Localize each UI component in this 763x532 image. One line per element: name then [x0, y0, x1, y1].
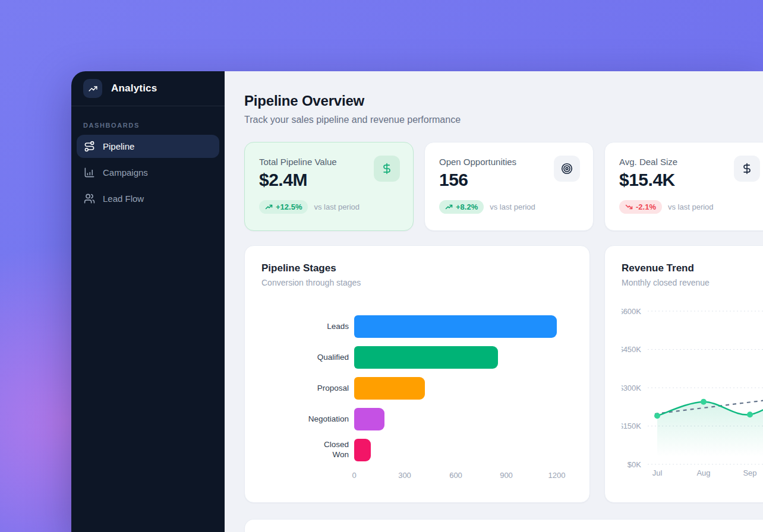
- bar-category-label: Negotiation: [261, 414, 354, 425]
- kpi-card-total-pipeline-value[interactable]: Total Pipeline Value $2.4M +12.5% vs las…: [244, 142, 414, 231]
- x-axis-tick: 0: [352, 471, 356, 480]
- x-axis-tick: 900: [500, 471, 513, 480]
- chart-column-icon: [84, 167, 95, 178]
- sidebar-item-pipeline[interactable]: Pipeline: [77, 135, 219, 158]
- page-title: Pipeline Overview: [244, 93, 763, 109]
- users-icon: [84, 193, 95, 204]
- kpi-row: Total Pipeline Value $2.4M +12.5% vs las…: [244, 142, 763, 231]
- kpi-compare-label: vs last period: [314, 202, 360, 211]
- kpi-card-avg-deal-size[interactable]: Avg. Deal Size $15.4K -2.1% vs last peri…: [604, 142, 763, 231]
- bar-category-label: Proposal: [261, 384, 354, 394]
- x-axis-tick: 600: [449, 471, 462, 480]
- x-axis-tick: 1200: [548, 471, 566, 480]
- revenue-trend-svg: $600K$450K$300K$150K$0K JulAugSep: [622, 292, 763, 483]
- kpi-delta-badge: +12.5%: [259, 200, 308, 214]
- data-point: [654, 413, 660, 419]
- x-axis-label: Sep: [743, 468, 756, 477]
- revenue-trend-card: Revenue Trend Monthly closed revenue $60…: [604, 245, 763, 503]
- x-axis-label: Jul: [652, 468, 663, 477]
- bar-row-closed-won: ClosedWon: [261, 435, 573, 466]
- bar-qualified: [354, 346, 498, 369]
- main-content: Pipeline Overview Track your sales pipel…: [225, 71, 763, 532]
- nav-item-label: Campaigns: [103, 167, 148, 178]
- nav-section-label: DASHBOARDS: [83, 122, 213, 129]
- line-chart: $600K$450K$300K$150K$0K JulAugSep: [622, 292, 763, 483]
- brand: Analytics: [71, 71, 225, 106]
- bar-chart-x-axis: 03006009001200: [354, 466, 573, 482]
- target-icon: [560, 162, 573, 175]
- bar-category-label: ClosedWon: [261, 440, 354, 460]
- data-point: [701, 399, 707, 405]
- bar-track: [354, 346, 573, 369]
- y-axis-label: $150K: [622, 422, 641, 430]
- kpi-card-open-opportunities[interactable]: Open Opportunities 156 +8.2% vs last per…: [424, 142, 594, 231]
- bar-closed-won: [354, 439, 371, 461]
- bar-negotiation: [354, 408, 384, 430]
- y-axis-label: $0K: [628, 460, 641, 469]
- y-axis-label: $600K: [622, 307, 641, 316]
- trending-up-icon: [88, 84, 98, 94]
- nav-item-label: Lead Flow: [103, 194, 144, 204]
- brand-name: Analytics: [111, 83, 157, 94]
- bar-proposal: [354, 377, 425, 400]
- bottom-card-partial: [244, 519, 763, 532]
- bar-row-proposal: Proposal: [261, 373, 573, 404]
- bar-row-leads: Leads: [261, 311, 573, 342]
- bar-category-label: Leads: [261, 322, 354, 332]
- bar-chart: Leads Qualified Proposal Negotiation Clo…: [261, 311, 573, 482]
- trend-down-icon: [625, 204, 633, 210]
- kpi-icon-box: [374, 156, 400, 182]
- trend-up-icon: [265, 204, 273, 210]
- nav-item-label: Pipeline: [103, 141, 134, 151]
- kpi-icon-box: [554, 156, 580, 182]
- bar-row-qualified: Qualified: [261, 342, 573, 373]
- kpi-delta-badge: +8.2%: [439, 200, 484, 214]
- kpi-compare-label: vs last period: [490, 202, 535, 211]
- revenue-trend-subtitle: Monthly closed revenue: [622, 278, 763, 287]
- dollar-icon: [741, 163, 753, 175]
- y-axis-label: $300K: [622, 384, 641, 392]
- bar-track: [354, 408, 573, 430]
- bar-track: [354, 315, 573, 338]
- kpi-icon-box: [734, 156, 760, 182]
- bar-track: [354, 377, 573, 400]
- kpi-delta-row: +8.2% vs last period: [439, 200, 579, 214]
- bar-leads: [354, 315, 557, 338]
- kpi-delta-badge: -2.1%: [619, 200, 662, 214]
- bar-category-label: Qualified: [261, 353, 354, 363]
- x-axis-tick: 300: [398, 471, 411, 480]
- pipeline-stages-title: Pipeline Stages: [261, 262, 573, 274]
- revenue-trend-title: Revenue Trend: [622, 262, 763, 274]
- trending-up-icon: [83, 79, 102, 98]
- pipeline-stages-subtitle: Conversion through stages: [261, 278, 573, 287]
- revenue-area: [657, 388, 763, 464]
- route-icon: [84, 141, 95, 152]
- kpi-compare-label: vs last period: [668, 202, 714, 211]
- pipeline-stages-card: Pipeline Stages Conversion through stage…: [244, 245, 590, 503]
- dollar-icon: [381, 163, 393, 175]
- x-axis-label: Aug: [696, 468, 710, 477]
- bar-track: [354, 439, 573, 461]
- app-window: Analytics DASHBOARDS PipelineCampaignsLe…: [71, 71, 763, 532]
- sidebar: Analytics DASHBOARDS PipelineCampaignsLe…: [71, 71, 225, 532]
- trend-up-icon: [445, 204, 453, 210]
- data-point: [747, 411, 753, 417]
- sidebar-item-lead-flow[interactable]: Lead Flow: [77, 187, 219, 210]
- bar-chart-rows: Leads Qualified Proposal Negotiation Clo…: [261, 311, 573, 466]
- y-axis-label: $450K: [622, 345, 641, 354]
- charts-row: Pipeline Stages Conversion through stage…: [244, 245, 763, 503]
- kpi-delta-row: +12.5% vs last period: [259, 200, 399, 214]
- sidebar-item-campaigns[interactable]: Campaigns: [77, 161, 219, 184]
- bar-row-negotiation: Negotiation: [261, 404, 573, 435]
- kpi-delta-row: -2.1% vs last period: [619, 200, 759, 214]
- sidebar-nav: PipelineCampaignsLead Flow: [71, 135, 225, 210]
- page-subtitle: Track your sales pipeline and revenue pe…: [244, 115, 763, 125]
